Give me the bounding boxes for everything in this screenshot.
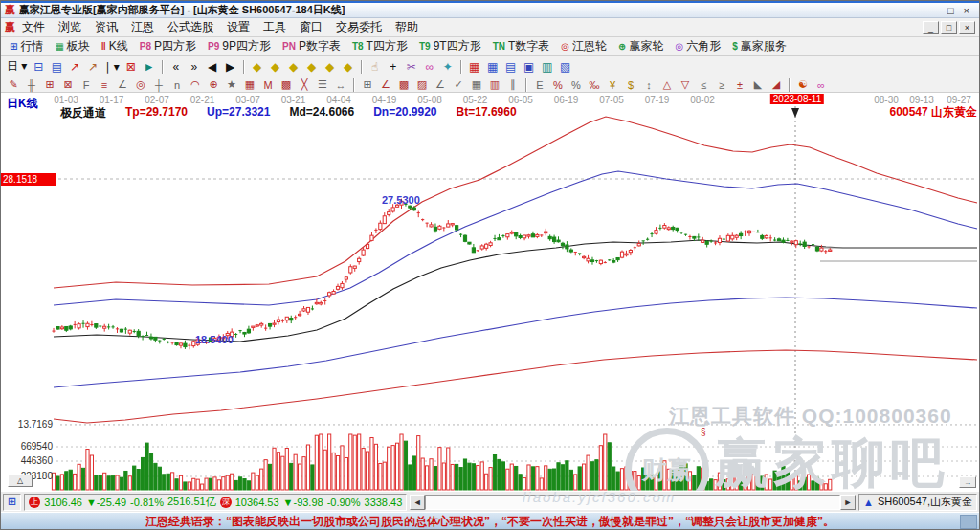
prev-bar-icon[interactable]: ◀ [204, 58, 221, 76]
band-tool[interactable]: ▥ [486, 78, 503, 92]
toolbar-gann-wheel[interactable]: ◎江恩轮 [556, 38, 612, 55]
first-page-icon[interactable]: « [167, 58, 185, 76]
toolbar-kline[interactable]: ‖K线 [97, 38, 133, 55]
menu-工具[interactable]: 工具 [256, 17, 293, 37]
toolbar-p-table[interactable]: PNP数字表 [278, 38, 345, 55]
diamond-tool-1[interactable]: ◆ [249, 58, 266, 76]
volume-expand-button[interactable]: △ [8, 475, 33, 487]
period-label[interactable]: 日K线 [7, 96, 38, 112]
corner1-tool[interactable]: ◣ [749, 78, 767, 92]
menu-交易委托[interactable]: 交易委托 [329, 17, 389, 37]
toolbar-p-square[interactable]: P8P四方形 [135, 38, 201, 55]
statusbar-grid-cell[interactable]: ⊞ [3, 494, 21, 511]
bar-chart-icon[interactable]: ↗ [84, 58, 101, 76]
last-page-icon[interactable]: » [186, 58, 203, 76]
toolbar-winner-service[interactable]: $赢家服务 [727, 38, 791, 55]
glasses-icon[interactable]: ∞ [421, 58, 438, 76]
calculator-icon[interactable]: ▦ [484, 58, 501, 76]
toolbar-hexagon[interactable]: ◎六角形 [670, 38, 725, 55]
n2-tool[interactable]: n [168, 78, 186, 92]
tri-down-tool[interactable]: ▽ [677, 78, 694, 92]
grid-tool[interactable]: ▦ [241, 78, 258, 92]
menu-公式选股[interactable]: 公式选股 [161, 17, 220, 37]
infinity-icon[interactable]: ∞ [813, 78, 830, 92]
gann-fan-tool[interactable]: ∠ [377, 78, 394, 92]
save-icon[interactable]: ▣ [521, 58, 538, 76]
shade-tool[interactable]: ▨ [413, 78, 431, 92]
e-tool[interactable]: E [531, 78, 548, 92]
diamond-tool-4[interactable]: ◆ [303, 58, 321, 76]
vrange-tool[interactable]: ↕ [640, 78, 657, 92]
cross-grid-tool[interactable]: ┼ [150, 78, 167, 92]
toolbar-sectors[interactable]: ▦板块 [50, 38, 94, 55]
menu-帮助[interactable]: 帮助 [389, 17, 425, 37]
pencil-tool[interactable]: ✎ [5, 78, 22, 92]
angle2-tool[interactable]: ∠ [432, 78, 449, 92]
star-tool[interactable]: ★ [223, 78, 240, 92]
shade-grid-tool[interactable]: ▩ [278, 78, 295, 92]
current-stock-cell[interactable]: ▲ SH600547,山东黄金 [858, 494, 977, 511]
plusminus-tool[interactable]: ± [731, 78, 748, 92]
percent-tool[interactable]: % [568, 78, 585, 92]
menu-浏览[interactable]: 浏览 [52, 17, 88, 37]
angle-tool[interactable]: ∠ [114, 78, 131, 92]
menu-设置[interactable]: 设置 [220, 17, 256, 37]
menu-资讯[interactable]: 资讯 [88, 17, 124, 37]
toolbar-winner-wheel[interactable]: ⊕赢家轮 [613, 38, 668, 55]
period-day-dropdown[interactable]: 日 ▾ [5, 58, 29, 76]
arc-tool[interactable]: ◠ [187, 78, 204, 92]
play-icon[interactable]: ► [141, 58, 158, 76]
diamond-tool-2[interactable]: ◆ [267, 58, 284, 76]
parallel-tool[interactable]: ∥ [504, 78, 522, 92]
notebook-icon[interactable]: ▤ [502, 58, 520, 76]
toolbar-t-table[interactable]: TNT数字表 [488, 38, 555, 55]
target-tool[interactable]: ⊕ [205, 78, 222, 92]
gold-yen-tool[interactable]: ¥ [604, 78, 621, 92]
check-tool[interactable]: ✓ [450, 78, 467, 92]
multi-window-icon[interactable]: ⊠ [122, 58, 140, 76]
square-grid-tool[interactable]: ▦ [468, 78, 485, 92]
gann-box2-tool[interactable]: ⊠ [59, 78, 77, 92]
export-icon[interactable]: ▥ [539, 58, 556, 76]
info-view-icon[interactable]: ▤ [48, 58, 65, 76]
tri-up-tool[interactable]: △ [658, 78, 676, 92]
bars-tool[interactable]: ☰ [314, 78, 331, 92]
toolbar-9p-square[interactable]: P99P四方形 [203, 38, 276, 55]
toolbar-quotes[interactable]: ⊞行情 [5, 38, 48, 55]
permille-tool[interactable]: ‰ [586, 78, 603, 92]
gann-box-tool[interactable]: ⊞ [41, 78, 58, 92]
scissors-icon[interactable]: ✂ [403, 58, 420, 76]
footer-scroll-thumb[interactable] [960, 515, 977, 529]
taiji-icon[interactable]: ☯ [794, 78, 812, 92]
dense-grid-tool[interactable]: ▩ [395, 78, 412, 92]
diamond-tool-6[interactable]: ◆ [340, 58, 357, 76]
mail-icon[interactable]: ▧ [557, 58, 574, 76]
menu-江恩[interactable]: 江恩 [124, 17, 161, 37]
window-close-button[interactable]: × [964, 5, 969, 16]
mdi-restore-button[interactable]: □ [941, 21, 957, 34]
corner2-tool[interactable]: ◢ [768, 78, 785, 92]
hrange-tool[interactable]: ↔ [332, 78, 349, 92]
menu-文件[interactable]: 文件 [15, 17, 52, 37]
crosshair-tool-icon[interactable]: + [385, 58, 402, 76]
toolbar-9t-square[interactable]: T99T四方形 [414, 38, 486, 55]
m-tool[interactable]: M [259, 78, 277, 92]
line-chart-icon[interactable]: ↗ [66, 58, 83, 76]
diamond-tool-5[interactable]: ◆ [322, 58, 339, 76]
candle-style-dropdown[interactable]: ∣ ▾ [102, 58, 121, 76]
next-bar-icon[interactable]: ▶ [222, 58, 239, 76]
percent-red-tool[interactable]: % [549, 78, 567, 92]
gte-tool[interactable]: ≥ [713, 78, 730, 92]
chart-scroll-right-button[interactable]: → [959, 476, 976, 488]
lte-tool[interactable]: ≤ [695, 78, 712, 92]
calendar-icon[interactable]: ▦ [466, 58, 483, 76]
chart-style-icon[interactable]: ⊟ [30, 58, 47, 76]
scroll-left-arrow[interactable]: ◄ [410, 495, 425, 510]
flower-icon[interactable]: ✦ [439, 58, 457, 76]
hand-tool-icon[interactable]: ☝ [367, 58, 384, 76]
mdi-close-button[interactable]: × [959, 21, 975, 34]
f-tool[interactable]: F [78, 78, 95, 92]
fan-grid-tool[interactable]: ╳ [296, 78, 313, 92]
mdi-minimize-button[interactable]: _ [923, 21, 939, 34]
index-quote-panel[interactable]: 上 3106.46 ▼-25.49 -0.81% 2516.51亿 深 1036… [24, 494, 407, 511]
